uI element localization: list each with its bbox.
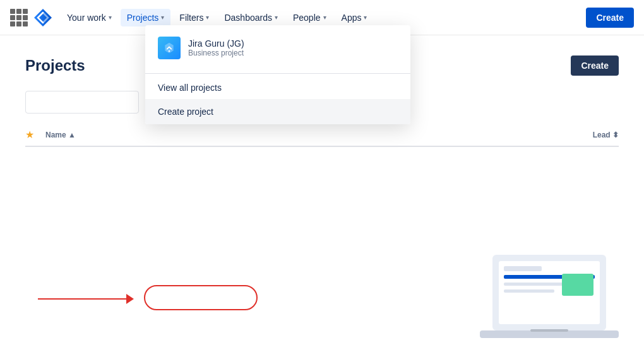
chevron-down-icon: ▾	[364, 14, 367, 21]
create-project-item[interactable]: Create project	[145, 99, 410, 124]
svg-rect-7	[562, 274, 593, 296]
page-content: Projects Create ★ Name ▲ Lead ⬍ Jira Gur…	[0, 35, 644, 362]
svg-rect-5	[504, 283, 567, 286]
dropdown-project-name: Jira Guru (JG)	[188, 38, 244, 49]
nav-people-label: People	[293, 13, 321, 23]
dropdown-divider	[145, 73, 410, 74]
jira-logo[interactable]	[33, 8, 53, 28]
chevron-down-icon: ▾	[323, 14, 326, 21]
svg-point-0	[169, 50, 170, 52]
illustration	[455, 236, 644, 362]
table-header: ★ Name ▲ Lead ⬍	[25, 124, 619, 147]
nav-projects[interactable]: Projects ▾	[121, 9, 171, 26]
star-column: ★	[25, 129, 45, 141]
create-project-highlight	[144, 285, 258, 310]
svg-rect-6	[504, 289, 554, 293]
svg-rect-3	[504, 266, 542, 271]
nav-filters[interactable]: Filters ▾	[173, 9, 215, 26]
nav-your-work[interactable]: Your work ▾	[61, 9, 118, 26]
chevron-down-icon: ▾	[275, 14, 278, 21]
page-title: Projects	[25, 57, 85, 74]
svg-rect-9	[530, 329, 568, 332]
nav-apps[interactable]: Apps ▾	[335, 9, 374, 26]
nav-filters-label: Filters	[179, 13, 203, 23]
nav-people[interactable]: People ▾	[287, 9, 333, 26]
page-create-button[interactable]: Create	[571, 55, 619, 76]
grid-icon[interactable]	[10, 9, 28, 26]
project-icon	[158, 37, 181, 59]
projects-dropdown: Jira Guru (JG) Business project View all…	[145, 25, 410, 124]
chevron-down-icon: ▾	[109, 14, 112, 21]
dropdown-project-item[interactable]: Jira Guru (JG) Business project	[145, 30, 410, 66]
nav-dashboards-label: Dashboards	[224, 13, 272, 23]
nav-dashboards[interactable]: Dashboards ▾	[218, 9, 284, 26]
chevron-down-icon: ▾	[206, 14, 209, 21]
arrow-container	[38, 294, 134, 304]
nav-your-work-label: Your work	[67, 13, 106, 23]
star-icon: ★	[25, 129, 34, 140]
chevron-down-icon: ▾	[161, 14, 164, 21]
nav-apps-label: Apps	[342, 13, 362, 23]
dropdown-recent-section: Jira Guru (JG) Business project	[145, 25, 410, 71]
nav-create-button[interactable]: Create	[586, 8, 634, 28]
dropdown-project-texts: Jira Guru (JG) Business project	[188, 38, 244, 57]
dropdown-project-type: Business project	[188, 49, 244, 57]
arrow-line	[38, 298, 126, 300]
view-all-projects-link[interactable]: View all projects	[145, 76, 410, 99]
name-column-header[interactable]: Name ▲	[45, 131, 543, 139]
nav-projects-label: Projects	[127, 13, 159, 23]
arrow-head	[126, 294, 134, 304]
search-input[interactable]	[25, 91, 139, 114]
lead-column-header[interactable]: Lead ⬍	[543, 131, 619, 139]
